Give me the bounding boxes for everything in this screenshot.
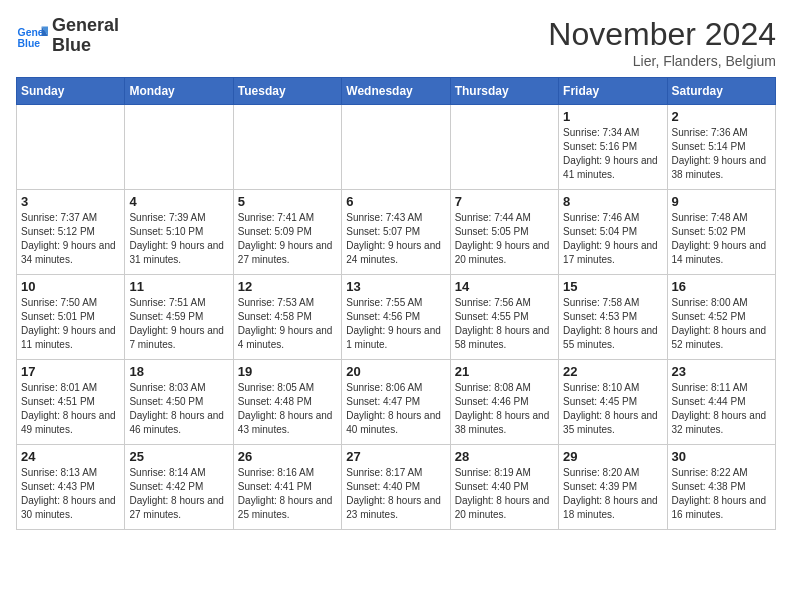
calendar-cell: 28Sunrise: 8:19 AM Sunset: 4:40 PM Dayli…	[450, 445, 558, 530]
logo-line1: General	[52, 16, 119, 36]
calendar-cell	[233, 105, 341, 190]
day-info: Sunrise: 8:06 AM Sunset: 4:47 PM Dayligh…	[346, 381, 445, 437]
day-number: 9	[672, 194, 771, 209]
calendar-cell: 26Sunrise: 8:16 AM Sunset: 4:41 PM Dayli…	[233, 445, 341, 530]
day-number: 12	[238, 279, 337, 294]
week-row-3: 10Sunrise: 7:50 AM Sunset: 5:01 PM Dayli…	[17, 275, 776, 360]
day-number: 22	[563, 364, 662, 379]
calendar-cell: 11Sunrise: 7:51 AM Sunset: 4:59 PM Dayli…	[125, 275, 233, 360]
calendar-cell: 14Sunrise: 7:56 AM Sunset: 4:55 PM Dayli…	[450, 275, 558, 360]
day-number: 3	[21, 194, 120, 209]
calendar-header: SundayMondayTuesdayWednesdayThursdayFrid…	[17, 78, 776, 105]
day-number: 1	[563, 109, 662, 124]
day-number: 17	[21, 364, 120, 379]
week-row-2: 3Sunrise: 7:37 AM Sunset: 5:12 PM Daylig…	[17, 190, 776, 275]
calendar-cell: 2Sunrise: 7:36 AM Sunset: 5:14 PM Daylig…	[667, 105, 775, 190]
calendar-cell: 10Sunrise: 7:50 AM Sunset: 5:01 PM Dayli…	[17, 275, 125, 360]
day-info: Sunrise: 8:11 AM Sunset: 4:44 PM Dayligh…	[672, 381, 771, 437]
calendar-cell: 12Sunrise: 7:53 AM Sunset: 4:58 PM Dayli…	[233, 275, 341, 360]
day-info: Sunrise: 8:16 AM Sunset: 4:41 PM Dayligh…	[238, 466, 337, 522]
day-info: Sunrise: 7:46 AM Sunset: 5:04 PM Dayligh…	[563, 211, 662, 267]
day-info: Sunrise: 7:51 AM Sunset: 4:59 PM Dayligh…	[129, 296, 228, 352]
calendar-cell: 20Sunrise: 8:06 AM Sunset: 4:47 PM Dayli…	[342, 360, 450, 445]
day-info: Sunrise: 7:39 AM Sunset: 5:10 PM Dayligh…	[129, 211, 228, 267]
day-number: 26	[238, 449, 337, 464]
day-info: Sunrise: 8:22 AM Sunset: 4:38 PM Dayligh…	[672, 466, 771, 522]
day-number: 4	[129, 194, 228, 209]
calendar-cell: 21Sunrise: 8:08 AM Sunset: 4:46 PM Dayli…	[450, 360, 558, 445]
weekday-header-monday: Monday	[125, 78, 233, 105]
day-number: 20	[346, 364, 445, 379]
day-number: 6	[346, 194, 445, 209]
svg-text:Blue: Blue	[18, 38, 41, 49]
day-number: 14	[455, 279, 554, 294]
day-info: Sunrise: 7:34 AM Sunset: 5:16 PM Dayligh…	[563, 126, 662, 182]
day-number: 15	[563, 279, 662, 294]
weekday-header-saturday: Saturday	[667, 78, 775, 105]
logo-text: General Blue	[52, 16, 119, 56]
day-info: Sunrise: 8:03 AM Sunset: 4:50 PM Dayligh…	[129, 381, 228, 437]
calendar-cell: 22Sunrise: 8:10 AM Sunset: 4:45 PM Dayli…	[559, 360, 667, 445]
day-info: Sunrise: 8:17 AM Sunset: 4:40 PM Dayligh…	[346, 466, 445, 522]
calendar-cell: 25Sunrise: 8:14 AM Sunset: 4:42 PM Dayli…	[125, 445, 233, 530]
day-number: 23	[672, 364, 771, 379]
week-row-5: 24Sunrise: 8:13 AM Sunset: 4:43 PM Dayli…	[17, 445, 776, 530]
day-number: 19	[238, 364, 337, 379]
calendar-cell: 15Sunrise: 7:58 AM Sunset: 4:53 PM Dayli…	[559, 275, 667, 360]
day-number: 5	[238, 194, 337, 209]
day-number: 29	[563, 449, 662, 464]
calendar-table: SundayMondayTuesdayWednesdayThursdayFrid…	[16, 77, 776, 530]
day-info: Sunrise: 8:00 AM Sunset: 4:52 PM Dayligh…	[672, 296, 771, 352]
calendar-cell: 13Sunrise: 7:55 AM Sunset: 4:56 PM Dayli…	[342, 275, 450, 360]
day-number: 25	[129, 449, 228, 464]
day-info: Sunrise: 8:14 AM Sunset: 4:42 PM Dayligh…	[129, 466, 228, 522]
day-info: Sunrise: 7:50 AM Sunset: 5:01 PM Dayligh…	[21, 296, 120, 352]
weekday-header-thursday: Thursday	[450, 78, 558, 105]
calendar-cell: 5Sunrise: 7:41 AM Sunset: 5:09 PM Daylig…	[233, 190, 341, 275]
day-info: Sunrise: 8:10 AM Sunset: 4:45 PM Dayligh…	[563, 381, 662, 437]
title-area: November 2024 Lier, Flanders, Belgium	[548, 16, 776, 69]
logo-line2: Blue	[52, 36, 119, 56]
day-info: Sunrise: 7:41 AM Sunset: 5:09 PM Dayligh…	[238, 211, 337, 267]
calendar-cell: 8Sunrise: 7:46 AM Sunset: 5:04 PM Daylig…	[559, 190, 667, 275]
day-info: Sunrise: 8:05 AM Sunset: 4:48 PM Dayligh…	[238, 381, 337, 437]
logo: General Blue General Blue	[16, 16, 119, 56]
logo-icon: General Blue	[16, 20, 48, 52]
calendar-cell	[450, 105, 558, 190]
calendar-cell	[125, 105, 233, 190]
week-row-1: 1Sunrise: 7:34 AM Sunset: 5:16 PM Daylig…	[17, 105, 776, 190]
day-number: 7	[455, 194, 554, 209]
weekday-row: SundayMondayTuesdayWednesdayThursdayFrid…	[17, 78, 776, 105]
day-info: Sunrise: 8:20 AM Sunset: 4:39 PM Dayligh…	[563, 466, 662, 522]
calendar-cell: 18Sunrise: 8:03 AM Sunset: 4:50 PM Dayli…	[125, 360, 233, 445]
calendar-cell: 3Sunrise: 7:37 AM Sunset: 5:12 PM Daylig…	[17, 190, 125, 275]
day-info: Sunrise: 7:48 AM Sunset: 5:02 PM Dayligh…	[672, 211, 771, 267]
calendar-body: 1Sunrise: 7:34 AM Sunset: 5:16 PM Daylig…	[17, 105, 776, 530]
day-info: Sunrise: 7:53 AM Sunset: 4:58 PM Dayligh…	[238, 296, 337, 352]
calendar-cell: 4Sunrise: 7:39 AM Sunset: 5:10 PM Daylig…	[125, 190, 233, 275]
day-info: Sunrise: 7:37 AM Sunset: 5:12 PM Dayligh…	[21, 211, 120, 267]
calendar-cell: 27Sunrise: 8:17 AM Sunset: 4:40 PM Dayli…	[342, 445, 450, 530]
calendar-cell: 23Sunrise: 8:11 AM Sunset: 4:44 PM Dayli…	[667, 360, 775, 445]
weekday-header-tuesday: Tuesday	[233, 78, 341, 105]
calendar-cell: 9Sunrise: 7:48 AM Sunset: 5:02 PM Daylig…	[667, 190, 775, 275]
day-number: 24	[21, 449, 120, 464]
day-number: 28	[455, 449, 554, 464]
calendar-cell: 1Sunrise: 7:34 AM Sunset: 5:16 PM Daylig…	[559, 105, 667, 190]
location: Lier, Flanders, Belgium	[548, 53, 776, 69]
weekday-header-wednesday: Wednesday	[342, 78, 450, 105]
calendar-cell: 16Sunrise: 8:00 AM Sunset: 4:52 PM Dayli…	[667, 275, 775, 360]
day-number: 27	[346, 449, 445, 464]
day-number: 10	[21, 279, 120, 294]
day-number: 18	[129, 364, 228, 379]
day-number: 11	[129, 279, 228, 294]
day-number: 2	[672, 109, 771, 124]
day-number: 21	[455, 364, 554, 379]
calendar-cell: 30Sunrise: 8:22 AM Sunset: 4:38 PM Dayli…	[667, 445, 775, 530]
day-number: 16	[672, 279, 771, 294]
day-number: 30	[672, 449, 771, 464]
calendar-cell: 6Sunrise: 7:43 AM Sunset: 5:07 PM Daylig…	[342, 190, 450, 275]
week-row-4: 17Sunrise: 8:01 AM Sunset: 4:51 PM Dayli…	[17, 360, 776, 445]
day-info: Sunrise: 7:36 AM Sunset: 5:14 PM Dayligh…	[672, 126, 771, 182]
calendar-cell: 29Sunrise: 8:20 AM Sunset: 4:39 PM Dayli…	[559, 445, 667, 530]
